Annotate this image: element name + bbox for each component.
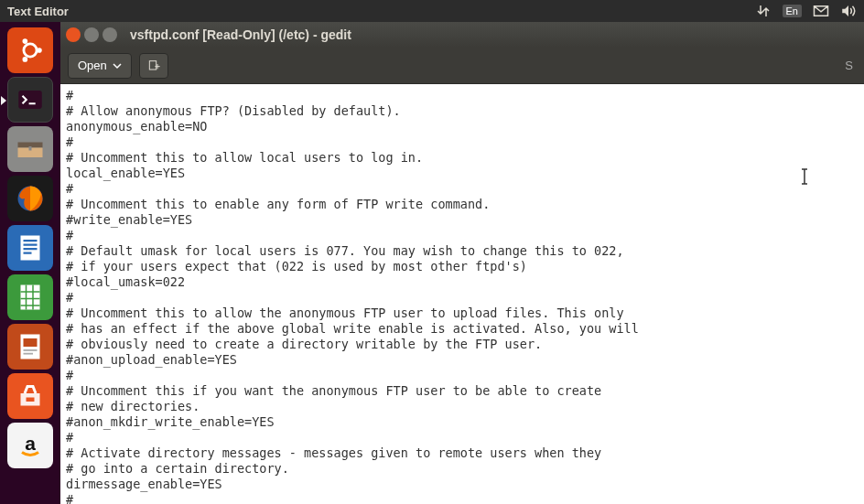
sound-icon[interactable]: [840, 3, 857, 19]
keyboard-lang-indicator[interactable]: En: [783, 5, 802, 17]
svg-rect-16: [24, 338, 38, 347]
svg-point-2: [23, 38, 28, 44]
launcher-terminal[interactable]: [7, 77, 53, 123]
launcher-software[interactable]: [7, 373, 53, 419]
unity-launcher: a: [0, 22, 60, 504]
save-button-hint[interactable]: S: [845, 59, 857, 72]
mail-icon[interactable]: [813, 3, 829, 19]
launcher-firefox[interactable]: [7, 176, 53, 221]
gedit-window: vsftpd.conf [Read-Only] (/etc) - gedit O…: [60, 22, 864, 504]
open-button-label: Open: [78, 59, 107, 72]
svg-rect-18: [24, 353, 34, 355]
svg-rect-13: [24, 252, 32, 254]
launcher-amazon[interactable]: a: [7, 423, 53, 468]
svg-text:a: a: [25, 433, 36, 454]
launcher-ubuntu-dash[interactable]: [7, 27, 53, 73]
launcher-writer[interactable]: [7, 225, 53, 271]
svg-rect-7: [29, 146, 32, 151]
svg-point-3: [23, 57, 28, 62]
new-document-icon: [146, 59, 161, 73]
text-cursor-icon: [798, 168, 811, 185]
svg-rect-10: [24, 240, 38, 241]
panel-app-title: Text Editor: [7, 5, 755, 18]
chevron-down-icon: [113, 61, 122, 70]
network-icon[interactable]: [755, 3, 772, 19]
svg-point-1: [37, 48, 42, 53]
window-close-icon[interactable]: [66, 27, 81, 42]
new-tab-button[interactable]: [139, 53, 168, 79]
svg-rect-4: [18, 91, 42, 109]
gedit-toolbar: Open S: [60, 48, 864, 84]
open-button[interactable]: Open: [68, 53, 132, 79]
svg-rect-20: [149, 60, 156, 69]
svg-rect-17: [24, 349, 38, 351]
svg-point-0: [24, 44, 37, 57]
svg-rect-12: [24, 248, 38, 250]
launcher-files[interactable]: [7, 126, 53, 172]
window-minimize-icon[interactable]: [84, 27, 99, 42]
editor-text-area[interactable]: # # Allow anonymous FTP? (Disabled by de…: [60, 84, 864, 504]
launcher-impress[interactable]: [7, 324, 53, 370]
svg-rect-11: [24, 244, 38, 246]
window-title: vsftpd.conf [Read-Only] (/etc) - gedit: [130, 27, 351, 42]
panel-indicators: En: [755, 3, 857, 19]
launcher-calc[interactable]: [7, 274, 53, 320]
window-maximize-icon[interactable]: [103, 27, 117, 42]
window-titlebar[interactable]: vsftpd.conf [Read-Only] (/etc) - gedit: [60, 22, 864, 48]
top-panel: Text Editor En: [0, 0, 864, 22]
